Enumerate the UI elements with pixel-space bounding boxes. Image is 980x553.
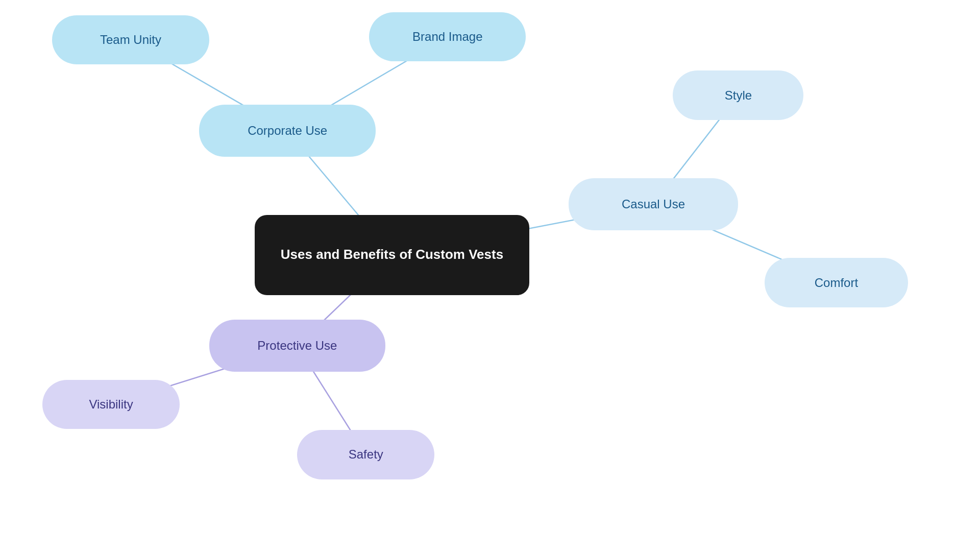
node-brandImage[interactable]: Brand Image	[369, 12, 526, 61]
node-corporateUse[interactable]: Corporate Use	[199, 105, 376, 157]
node-center[interactable]: Uses and Benefits of Custom Vests	[255, 215, 529, 295]
node-visibility-label: Visibility	[89, 397, 133, 412]
node-casualUse[interactable]: Casual Use	[569, 178, 739, 230]
node-protectiveUse[interactable]: Protective Use	[209, 320, 386, 372]
node-center-label: Uses and Benefits of Custom Vests	[281, 246, 503, 263]
node-teamUnity-label: Team Unity	[100, 33, 161, 47]
node-style[interactable]: Style	[673, 70, 803, 119]
node-casualUse-label: Casual Use	[622, 197, 685, 211]
node-safety[interactable]: Safety	[297, 430, 434, 479]
node-safety-label: Safety	[349, 447, 383, 462]
node-comfort[interactable]: Comfort	[765, 258, 909, 307]
node-visibility[interactable]: Visibility	[42, 380, 180, 429]
node-comfort-label: Comfort	[815, 276, 858, 290]
node-style-label: Style	[725, 88, 752, 103]
node-brandImage-label: Brand Image	[412, 30, 482, 44]
node-corporateUse-label: Corporate Use	[248, 124, 327, 138]
node-teamUnity[interactable]: Team Unity	[52, 15, 209, 64]
node-protectiveUse-label: Protective Use	[257, 339, 337, 353]
